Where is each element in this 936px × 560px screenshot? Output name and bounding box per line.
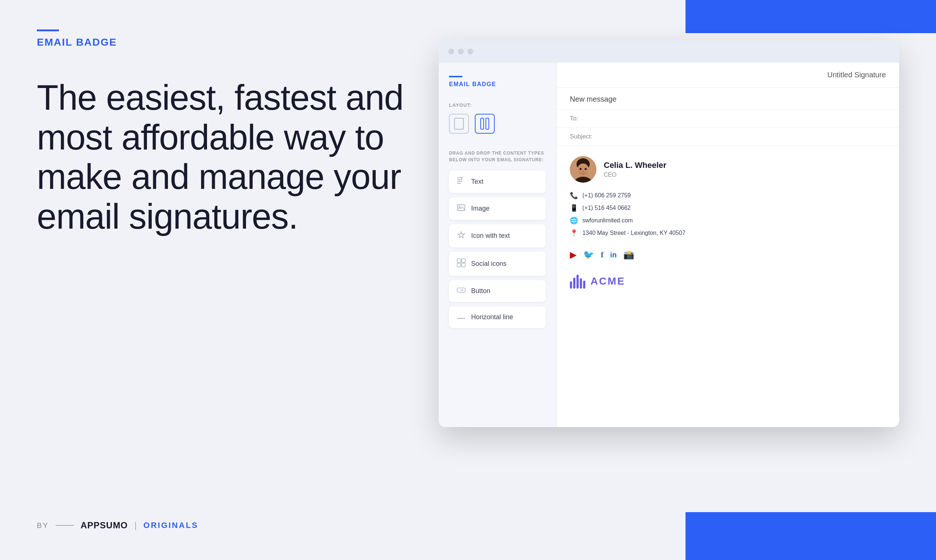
blue-accent-bottom-right	[685, 512, 936, 560]
svg-point-16	[577, 163, 589, 177]
star-icon	[456, 231, 466, 241]
browser-dot-1	[448, 49, 454, 54]
sig-contact: 📞 (+1) 606 259 2759 📱 (+1) 516 454 0662 …	[570, 191, 886, 237]
pipe-separator: |	[134, 520, 137, 531]
svg-rect-9	[462, 259, 465, 263]
twitter-icon: 🐦	[583, 250, 594, 260]
logo-bar-4	[580, 278, 582, 289]
new-message-label: New message	[557, 88, 899, 110]
sig-social: ▶ 🐦 f in 📸	[570, 246, 886, 264]
web-icon: 🌐	[570, 217, 578, 225]
svg-rect-8	[457, 259, 461, 263]
logo-bars	[570, 274, 585, 289]
sig-mobile-row: 📱 (+1) 516 454 0662	[570, 204, 886, 212]
linkedin-icon: in	[610, 251, 617, 259]
phone-icon: 📞	[570, 191, 578, 200]
footer-divider-line	[55, 525, 74, 526]
social-icons-label: Social icons	[471, 260, 506, 268]
drag-label: DRAG AND DROP THE CONTENT TYPES BELOW IN…	[449, 150, 546, 163]
sig-logo: ACME	[570, 274, 886, 289]
left-panel: EMAIL BADGE The easiest, fastest and mos…	[0, 0, 442, 560]
footer-brand: BY APPSUMO | ORIGINALS	[37, 520, 405, 531]
layout-single[interactable]	[449, 114, 469, 134]
layout-single-icon	[454, 118, 464, 129]
svg-point-18	[580, 168, 582, 170]
svg-point-20	[582, 171, 584, 173]
signature-area: Celia L. Wheeler CEO 📞 (+1) 606 259 2759…	[557, 146, 899, 427]
brand-title: EMAIL BADGE	[37, 37, 405, 48]
content-item-hline[interactable]: Horizontal line	[449, 306, 546, 328]
svg-rect-0	[457, 177, 460, 178]
browser-chrome	[439, 40, 899, 63]
hero-text: The easiest, fastest and most affordable…	[37, 78, 405, 236]
content-item-icon-text[interactable]: Icon with text	[449, 224, 546, 248]
by-label: BY	[37, 522, 49, 530]
sig-address: 1340 May Street - Lexington, KY 40507	[582, 230, 685, 236]
logo-bar-3	[576, 275, 579, 289]
logo-bar-5	[583, 280, 585, 289]
logo-bar-1	[570, 281, 572, 289]
sig-phone: (+1) 606 259 2759	[582, 192, 631, 199]
location-icon: 📍	[570, 229, 578, 237]
browser-content: EMAIL BADGE LAYOUT: DRAG AND DROP THE CO…	[439, 63, 899, 427]
horizontal-line-icon	[456, 313, 466, 322]
hline-label: Horizontal line	[471, 313, 513, 321]
social-icon	[456, 258, 466, 269]
layout-split[interactable]	[475, 114, 495, 134]
sig-address-row: 📍 1340 May Street - Lexington, KY 40507	[570, 229, 886, 237]
sig-info: Celia L. Wheeler CEO	[604, 160, 667, 178]
appsumo-label: APPSUMO	[81, 520, 128, 531]
content-item-social[interactable]: Social icons	[449, 252, 546, 276]
svg-point-19	[585, 168, 587, 170]
avatar	[570, 156, 596, 183]
sig-logo-text: ACME	[591, 275, 625, 287]
svg-rect-6	[457, 205, 465, 211]
app-brand-line	[449, 76, 462, 77]
email-to-field: To:	[557, 110, 899, 128]
sig-profile: Celia L. Wheeler CEO	[570, 156, 886, 183]
split-bar-2	[485, 118, 489, 129]
browser-dot-2	[458, 49, 464, 54]
layout-split-icon	[480, 118, 489, 129]
sig-name: Celia L. Wheeler	[604, 160, 667, 170]
icon-text-label: Icon with text	[471, 232, 510, 240]
email-preview: Untitled Signature New message To: Subje…	[557, 63, 899, 427]
to-label: To:	[570, 115, 578, 122]
instagram-icon: 📸	[623, 250, 634, 260]
sig-phone-row: 📞 (+1) 606 259 2759	[570, 191, 886, 200]
browser-dot-3	[468, 49, 473, 54]
subject-label: Subject:	[570, 133, 592, 140]
layout-options	[449, 114, 546, 134]
facebook-icon: f	[601, 250, 603, 260]
logo-bar-2	[573, 278, 576, 289]
text-label: Text	[471, 178, 483, 186]
layout-label: LAYOUT:	[449, 102, 546, 108]
email-header-title: Untitled Signature	[827, 71, 886, 79]
sig-website-row: 🌐 swforunlimited.com	[570, 217, 886, 225]
app-sidebar: EMAIL BADGE LAYOUT: DRAG AND DROP THE CO…	[439, 63, 557, 427]
brand-line	[37, 29, 59, 31]
mobile-icon: 📱	[570, 204, 578, 212]
blue-accent-top-right	[685, 0, 936, 33]
button-icon	[456, 287, 466, 295]
split-bar-1	[480, 118, 484, 129]
email-subject-field: Subject:	[557, 128, 899, 146]
browser-window: EMAIL BADGE LAYOUT: DRAG AND DROP THE CO…	[439, 40, 899, 427]
sig-website: swforunlimited.com	[582, 217, 633, 224]
button-label: Button	[471, 287, 490, 295]
youtube-icon: ▶	[570, 250, 576, 260]
text-icon	[456, 177, 466, 186]
svg-rect-3	[457, 183, 461, 184]
svg-rect-5	[460, 177, 463, 178]
originals-label: ORIGINALS	[143, 521, 198, 530]
brand-area: EMAIL BADGE	[37, 29, 405, 48]
content-item-image[interactable]: Image	[449, 197, 546, 220]
content-item-button[interactable]: Button	[449, 280, 546, 302]
sig-title: CEO	[604, 172, 667, 178]
image-icon	[456, 204, 466, 213]
app-brand-title: EMAIL BADGE	[449, 81, 546, 88]
email-header: Untitled Signature	[557, 63, 899, 88]
image-label: Image	[471, 205, 490, 212]
content-item-text[interactable]: Text	[449, 171, 546, 193]
svg-rect-2	[457, 181, 462, 182]
